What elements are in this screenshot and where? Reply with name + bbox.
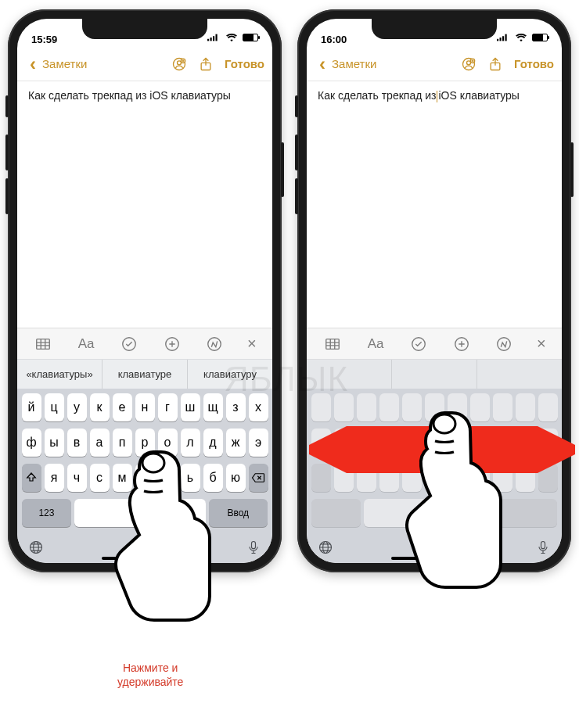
note-text-pre: Как сделать трекпад из — [318, 89, 436, 102]
key[interactable]: б — [203, 464, 223, 492]
key[interactable]: в — [67, 429, 87, 457]
nav-bar: ‹ Заметки Готово — [307, 47, 562, 81]
signal-icon — [205, 30, 221, 45]
key[interactable]: г — [158, 393, 178, 421]
globe-icon[interactable] — [28, 540, 44, 555]
mic-icon[interactable] — [246, 540, 261, 555]
marker-icon[interactable] — [494, 334, 514, 354]
nav-bar: ‹ Заметки Готово — [17, 47, 272, 81]
svg-point-5 — [177, 60, 181, 64]
key[interactable]: й — [22, 393, 41, 421]
keyboard-toolbar: Aa × — [17, 328, 272, 359]
svg-rect-16 — [500, 38, 502, 41]
key[interactable]: м — [113, 464, 132, 492]
home-indicator[interactable] — [102, 557, 188, 560]
key[interactable]: а — [90, 429, 110, 457]
done-button[interactable]: Готово — [225, 57, 264, 70]
globe-icon[interactable] — [318, 540, 333, 555]
key[interactable]: ф — [22, 429, 41, 457]
key[interactable]: ш — [181, 393, 200, 421]
chevron-left-icon: ‹ — [25, 56, 41, 72]
key[interactable]: о — [158, 429, 178, 457]
space-key[interactable]: Пробел — [74, 499, 206, 527]
suggestion-item[interactable]: клавиатуру — [188, 360, 272, 389]
key[interactable]: ь — [181, 464, 200, 492]
table-icon[interactable] — [322, 334, 343, 354]
done-button[interactable]: Готово — [514, 57, 554, 70]
swipe-arrow-icon — [309, 426, 575, 473]
key[interactable]: и — [135, 464, 155, 492]
svg-rect-14 — [252, 542, 256, 549]
battery-icon — [243, 34, 258, 41]
person-add-icon[interactable] — [461, 56, 477, 72]
key[interactable]: л — [181, 429, 200, 457]
key[interactable]: ч — [67, 464, 87, 492]
share-icon[interactable] — [487, 56, 503, 72]
wifi-icon — [224, 30, 239, 45]
text-format-icon[interactable]: Aa — [76, 334, 96, 354]
check-icon[interactable] — [408, 334, 429, 354]
table-icon[interactable] — [33, 334, 53, 354]
battery-icon — [532, 34, 548, 41]
signal-icon — [494, 30, 510, 45]
back-button[interactable]: ‹ Заметки — [25, 56, 87, 72]
share-icon[interactable] — [198, 56, 214, 72]
home-indicator[interactable] — [391, 557, 477, 560]
person-add-icon[interactable] — [171, 56, 187, 72]
key[interactable]: у — [67, 393, 87, 421]
svg-rect-17 — [502, 36, 504, 41]
svg-point-20 — [466, 60, 470, 64]
marker-icon[interactable] — [204, 334, 225, 354]
mic-icon[interactable] — [535, 540, 551, 555]
close-icon[interactable]: × — [537, 335, 546, 353]
key[interactable]: э — [249, 429, 268, 457]
back-label: Заметки — [332, 57, 376, 70]
key[interactable]: з — [226, 393, 246, 421]
key[interactable]: ю — [226, 464, 246, 492]
wifi-icon — [513, 30, 529, 45]
plus-icon[interactable] — [451, 334, 472, 354]
key[interactable]: ц — [45, 393, 64, 421]
chevron-left-icon: ‹ — [315, 56, 330, 72]
key[interactable]: ж — [226, 429, 246, 457]
suggestion-item[interactable]: клавиатуре — [102, 360, 188, 389]
svg-rect-29 — [541, 542, 545, 549]
key[interactable]: т — [158, 464, 178, 492]
phone-right: 16:00 ‹ Заметки — [297, 9, 571, 572]
note-content[interactable]: Как сделать трекпад изiOS клавиатуры — [307, 81, 562, 328]
key[interactable]: н — [135, 393, 155, 421]
key[interactable]: д — [203, 429, 223, 457]
key[interactable]: щ — [203, 393, 223, 421]
shift-key[interactable] — [22, 464, 41, 492]
note-content[interactable]: Как сделать трекпад из iOS клавиатуры — [17, 81, 272, 328]
key[interactable]: к — [90, 393, 110, 421]
svg-rect-3 — [216, 34, 218, 41]
key[interactable]: ы — [45, 429, 64, 457]
suggestion-item — [307, 360, 392, 389]
plus-icon[interactable] — [162, 334, 182, 354]
backspace-key[interactable] — [249, 464, 268, 492]
back-label: Заметки — [42, 57, 87, 70]
svg-rect-18 — [505, 34, 507, 41]
keyboard[interactable]: й ц у к е н г ш щ з х ф ы в а п — [17, 389, 272, 532]
back-button[interactable]: ‹ Заметки — [315, 56, 376, 72]
text-format-icon[interactable]: Aa — [365, 334, 386, 354]
key[interactable]: с — [90, 464, 110, 492]
key[interactable]: е — [113, 393, 132, 421]
suggestion-item — [392, 360, 477, 389]
svg-rect-23 — [326, 339, 340, 349]
key[interactable]: я — [45, 464, 64, 492]
key[interactable]: х — [249, 393, 268, 421]
instruction-text: Нажмите иудерживайте — [117, 661, 183, 689]
numeric-key[interactable]: 123 — [22, 499, 71, 527]
suggestion-bar-empty — [307, 359, 562, 389]
suggestion-item[interactable]: «клавиатуры» — [17, 360, 102, 389]
key[interactable]: р — [135, 429, 155, 457]
return-key[interactable]: Ввод — [209, 499, 268, 527]
keyboard-toolbar: Aa × — [307, 328, 562, 359]
close-icon[interactable]: × — [247, 335, 257, 353]
time-label: 16:00 — [321, 34, 347, 45]
svg-rect-0 — [207, 39, 209, 41]
check-icon[interactable] — [119, 334, 139, 354]
key[interactable]: п — [113, 429, 132, 457]
